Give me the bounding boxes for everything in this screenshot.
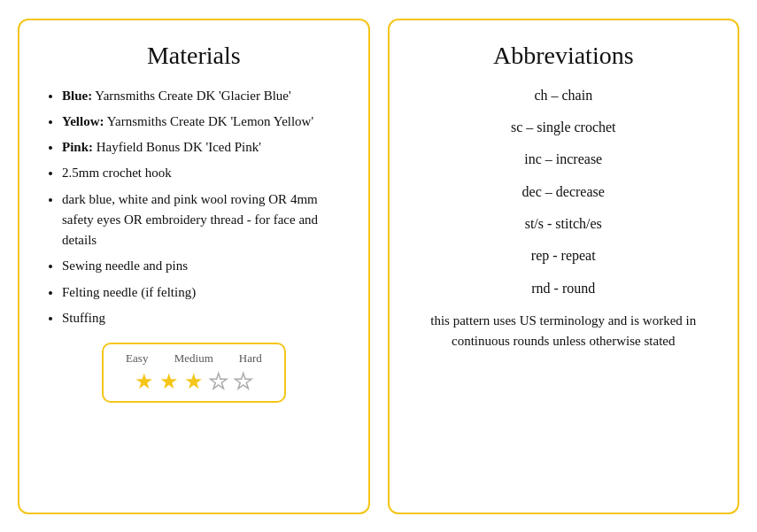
star-3: ★ [184, 369, 204, 394]
label-medium: Medium [174, 351, 213, 366]
materials-list: Blue: Yarnsmiths Create DK 'Glacier Blue… [44, 86, 344, 329]
difficulty-section: Easy Medium Hard ★ ★ ★ ★ ★ [44, 343, 344, 403]
list-item: Pink: Hayfield Bonus DK 'Iced Pink' [62, 137, 344, 158]
main-container: Materials Blue: Yarnsmiths Create DK 'Gl… [18, 19, 739, 514]
item-bold: Pink: [62, 140, 93, 154]
difficulty-labels: Easy Medium Hard [118, 351, 270, 366]
abbrev-item: ch – chain [414, 86, 714, 105]
star-2: ★ [159, 369, 179, 394]
abbrev-item: sc – single crochet [414, 118, 714, 137]
list-item: Stuffing [62, 308, 344, 328]
list-item: Sewing needle and pins [62, 256, 344, 276]
list-item: Blue: Yarnsmiths Create DK 'Glacier Blue… [62, 86, 344, 106]
list-item: Felting needle (if felting) [62, 282, 344, 303]
materials-title: Materials [44, 42, 344, 70]
list-item: 2.5mm crochet hook [62, 163, 344, 183]
list-item: dark blue, white and pink wool roving OR… [62, 189, 344, 251]
list-item: Yellow: Yarnsmiths Create DK 'Lemon Yell… [62, 112, 344, 132]
abbreviations-title: Abbreviations [414, 42, 714, 70]
abbrev-item: inc – increase [414, 150, 714, 169]
abbrev-item: rnd - round [414, 279, 714, 298]
label-hard: Hard [231, 351, 270, 366]
star-5: ★ [234, 369, 253, 394]
item-bold: Yellow: [62, 114, 104, 128]
materials-panel: Materials Blue: Yarnsmiths Create DK 'Gl… [18, 19, 370, 514]
difficulty-box: Easy Medium Hard ★ ★ ★ ★ ★ [102, 343, 286, 403]
abbreviations-list: ch – chain sc – single crochet inc – inc… [414, 86, 714, 299]
abbrev-item: rep - repeat [414, 246, 714, 266]
abbrev-item: st/s - stitch/es [414, 214, 714, 234]
star-1: ★ [135, 369, 154, 394]
abbreviations-panel: Abbreviations ch – chain sc – single cro… [388, 19, 740, 514]
abbreviations-note: this pattern uses US terminology and is … [414, 311, 714, 352]
item-bold: Blue: [62, 89, 92, 103]
star-4: ★ [209, 369, 228, 394]
label-easy: Easy [118, 351, 157, 366]
abbrev-item: dec – decrease [414, 182, 714, 202]
stars-row: ★ ★ ★ ★ ★ [135, 369, 253, 394]
